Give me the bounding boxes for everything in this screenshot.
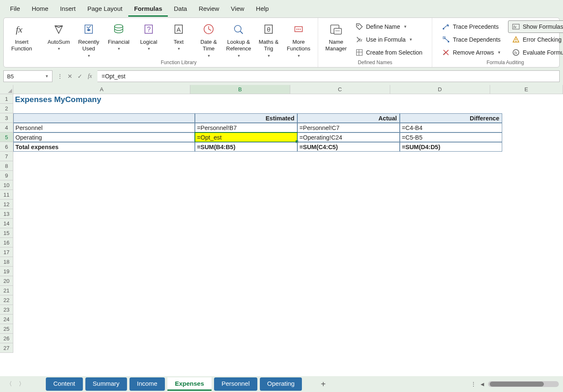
cell-C5[interactable]: =Operating!C24 [297, 132, 400, 142]
cell-C6[interactable]: =SUM(C4:C5) [297, 142, 400, 152]
menu-page-layout[interactable]: Page Layout [82, 2, 128, 17]
row-header-22[interactable]: 22 [0, 295, 13, 305]
row-header-16[interactable]: 16 [0, 238, 13, 247]
error-checking-button[interactable]: Error Checking▼ [508, 33, 563, 46]
row-header-23[interactable]: 23 [0, 305, 13, 315]
sheet-tab-expenses[interactable]: Expenses [167, 377, 212, 391]
row-header-3[interactable]: 3 [0, 113, 13, 123]
cell-D6[interactable]: =SUM(D4:D5) [400, 142, 502, 152]
row-header-6[interactable]: 6 [0, 142, 13, 152]
menu-review[interactable]: Review [193, 2, 225, 17]
row-header-8[interactable]: 8 [0, 161, 13, 171]
row-header-12[interactable]: 12 [0, 200, 13, 209]
cell-D3[interactable]: Difference [400, 113, 502, 123]
sheet-tab-content[interactable]: Content [46, 377, 83, 391]
sheet-tab-operating[interactable]: Operating [260, 377, 302, 391]
row-header-19[interactable]: 19 [0, 267, 13, 276]
row-header-10[interactable]: 10 [0, 180, 13, 190]
cell-A1[interactable]: Expenses MyCompany [13, 94, 346, 105]
autosum-button[interactable]: AutoSum▾ [44, 20, 74, 60]
logical-button[interactable]: ?Logical▾ [134, 20, 164, 60]
evaluate-formula-button[interactable]: fx Evaluate Formula [508, 46, 563, 59]
financial-button[interactable]: Financial▾ [104, 20, 134, 60]
svg-text:fx: fx [513, 25, 517, 29]
date-time-button[interactable]: Date & Time▾ [194, 20, 224, 60]
trace-dependents-button[interactable]: Trace Dependents [438, 33, 505, 46]
row-header-24[interactable]: 24 [0, 315, 13, 324]
menu-help[interactable]: Help [250, 2, 275, 17]
menu-formulas[interactable]: Formulas [128, 2, 168, 17]
row-header-21[interactable]: 21 [0, 286, 13, 295]
add-sheet-button[interactable]: + [317, 380, 329, 389]
cell-B4[interactable]: =Personnel!B7 [195, 123, 297, 132]
sheet-tab-summary[interactable]: Summary [85, 377, 127, 391]
row-header-2[interactable]: 2 [0, 104, 13, 113]
menu-view[interactable]: View [225, 2, 250, 17]
row-header-7[interactable]: 7 [0, 152, 13, 161]
row-header-4[interactable]: 4 [0, 123, 13, 132]
row-header-27[interactable]: 27 [0, 343, 13, 353]
row-header-1[interactable]: 1 [0, 94, 13, 104]
cell-A3[interactable] [13, 113, 195, 123]
row-header-26[interactable]: 26 [0, 334, 13, 343]
lookup-reference-button[interactable]: Lookup & Reference▾ [224, 20, 254, 60]
sheet-tab-personnel[interactable]: Personnel [214, 377, 257, 391]
cell-C4[interactable]: =Personnel!C7 [297, 123, 400, 132]
menu-home[interactable]: Home [26, 2, 54, 17]
create-from-selection-button[interactable]: Create from Selection [351, 46, 426, 59]
trace-precedents-button[interactable]: Trace Precedents [438, 20, 505, 33]
fx-icon[interactable]: fx [85, 71, 95, 81]
remove-arrows-button[interactable]: Remove Arrows▼ [438, 46, 505, 59]
row-header-9[interactable]: 9 [0, 171, 13, 180]
insert-function-button[interactable]: fx Insert Function [8, 20, 35, 60]
cell-B6[interactable]: =SUM(B4:B5) [195, 142, 297, 152]
row-header-13[interactable]: 13 [0, 209, 13, 219]
row-header-14[interactable]: 14 [0, 219, 13, 228]
cell-D4[interactable]: =C4-B4 [400, 123, 502, 132]
row-header-17[interactable]: 17 [0, 247, 13, 257]
cell-A4[interactable]: Personnel [13, 123, 195, 132]
more-functions-button[interactable]: More Functions▾ [284, 20, 314, 60]
more-icon[interactable]: ⋮ [55, 71, 65, 81]
menu-data[interactable]: Data [168, 2, 193, 17]
cancel-icon[interactable]: ✕ [65, 71, 75, 81]
col-header-B[interactable]: B [190, 85, 290, 94]
menu-file[interactable]: File [4, 2, 26, 17]
row-header-11[interactable]: 11 [0, 190, 13, 200]
row-header-15[interactable]: 15 [0, 228, 13, 238]
define-name-button[interactable]: Define Name▼ [351, 20, 426, 33]
recently-used-button[interactable]: Recently Used▾ [74, 20, 104, 60]
maths-trig-button[interactable]: θMaths & Trig▾ [254, 20, 284, 60]
chevron-down-icon: ▾ [148, 46, 150, 51]
tab-options-icon[interactable]: ⋮ [471, 381, 476, 387]
scroll-left-icon[interactable]: ◀ [481, 382, 484, 387]
cell-B5[interactable]: =Opt_est [195, 132, 297, 142]
row-header-25[interactable]: 25 [0, 324, 13, 334]
show-formulas-button[interactable]: fx Show Formulas [508, 20, 563, 33]
cell-A6[interactable]: Total expenses [13, 142, 195, 152]
cell-D5[interactable]: =C5-B5 [400, 132, 502, 142]
formula-bar-input[interactable]: =Opt_est [97, 70, 560, 82]
use-in-formula-button[interactable]: fx Use in Formula▼ [351, 33, 426, 46]
text-button[interactable]: AText▾ [164, 20, 194, 60]
row-header-5[interactable]: 5 [0, 132, 13, 142]
show-formulas-icon: fx [512, 22, 520, 31]
col-header-D[interactable]: D [390, 85, 490, 94]
prev-sheet-icon[interactable]: 〈 [4, 380, 14, 388]
cell-C3[interactable]: Actual [297, 113, 400, 123]
sheet-tab-income[interactable]: Income [130, 377, 165, 391]
col-header-A[interactable]: A [13, 85, 190, 94]
menu-insert[interactable]: Insert [54, 2, 82, 17]
horizontal-scrollbar[interactable] [488, 381, 559, 387]
row-header-20[interactable]: 20 [0, 276, 13, 286]
name-box[interactable]: B5▼ [3, 70, 52, 82]
cell-A5[interactable]: Operating [13, 132, 195, 142]
next-sheet-icon[interactable]: 〉 [17, 380, 27, 388]
cell-B3[interactable]: Estimated [195, 113, 297, 123]
row-header-18[interactable]: 18 [0, 257, 13, 267]
enter-icon[interactable]: ✓ [75, 71, 85, 81]
name-manager-button[interactable]: Name Manager [322, 20, 350, 60]
col-header-C[interactable]: C [290, 85, 390, 94]
col-header-E[interactable]: E [490, 85, 563, 94]
select-all-corner[interactable] [0, 85, 13, 94]
